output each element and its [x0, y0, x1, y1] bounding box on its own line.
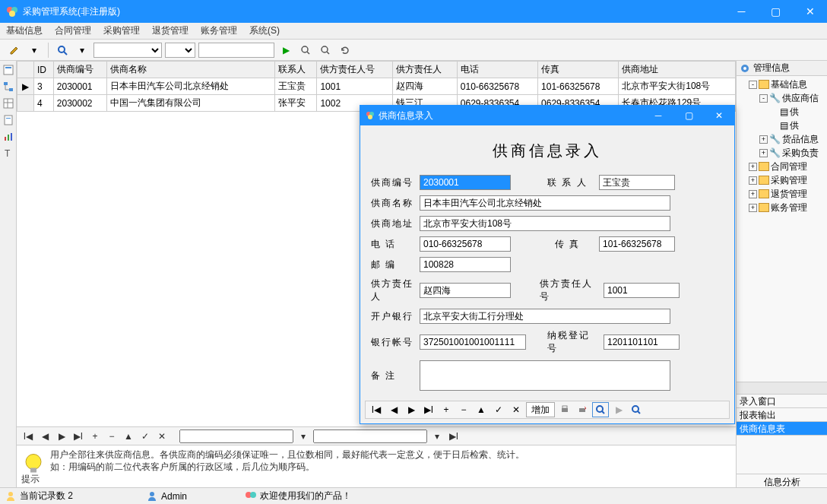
tree-node[interactable]: ▤供	[738, 119, 825, 132]
input-acct[interactable]	[420, 334, 526, 350]
tree-node[interactable]: ▤供	[738, 105, 825, 119]
nav-del-icon[interactable]: −	[105, 431, 119, 442]
menu-contract[interactable]: 合同管理	[55, 24, 91, 37]
dlg-edit-icon[interactable]: ▲	[474, 402, 489, 417]
tree-icon[interactable]	[2, 81, 14, 93]
col-respno[interactable]: 供方责任人号	[317, 62, 393, 78]
tree-scrollbar[interactable]	[737, 382, 827, 394]
label-name: 供商名称	[371, 197, 414, 210]
menu-basic[interactable]: 基础信息	[6, 24, 43, 37]
nav-go-icon[interactable]: ▶I	[447, 431, 461, 442]
chart-icon[interactable]	[2, 131, 14, 143]
nav-last-icon[interactable]: ▶I	[71, 431, 85, 442]
svg-rect-34	[562, 406, 567, 408]
dlg-ok-icon[interactable]: ✓	[491, 402, 506, 417]
input-zip[interactable]	[420, 257, 511, 272]
edit-icon[interactable]	[6, 42, 23, 59]
dlg-del-icon[interactable]: −	[456, 402, 471, 417]
nav-add-icon[interactable]: +	[88, 431, 102, 442]
menu-system[interactable]: 系统(S)	[249, 24, 280, 37]
nav-cancel-icon[interactable]: ✕	[155, 431, 169, 442]
nav-edit-icon[interactable]: ▲	[122, 431, 135, 442]
tree-node[interactable]: +🔧货品信息	[738, 132, 825, 146]
menu-account[interactable]: 账务管理	[201, 24, 237, 37]
titlebar: 采购管理系统(非注册版) ─ ▢ ✕	[0, 0, 827, 23]
right-tab[interactable]: 录入窗口	[737, 395, 827, 408]
zoom-out-icon[interactable]	[317, 42, 334, 59]
filter-value-input[interactable]	[198, 43, 274, 58]
dropdown2-icon[interactable]: ▾	[74, 42, 90, 59]
input-bank[interactable]	[420, 309, 670, 324]
doc-icon[interactable]	[2, 114, 14, 126]
dlg-cancel-icon[interactable]: ✕	[509, 402, 524, 417]
dlg-last-icon[interactable]: ▶I	[421, 402, 436, 417]
nav-search1[interactable]	[179, 430, 293, 443]
dlg-prev-icon[interactable]: ◀	[386, 402, 401, 417]
management-tree[interactable]: -基础信息-🔧供应商信▤供▤供+🔧货品信息+🔧采购负责+合同管理+采购管理+退货…	[737, 76, 827, 382]
minimize-button[interactable]: ─	[724, 0, 759, 23]
tree-node[interactable]: -基础信息	[738, 78, 825, 91]
run-icon[interactable]: ▶	[277, 42, 294, 59]
info-analysis-label[interactable]: 信息分析	[737, 474, 827, 487]
label-resp: 供方责任人	[371, 277, 414, 303]
nav-search2[interactable]	[313, 430, 427, 443]
search2-icon[interactable]	[592, 402, 609, 417]
col-resp[interactable]: 供方责任人	[393, 62, 458, 78]
search-icon[interactable]	[54, 42, 71, 59]
input-addr[interactable]	[420, 216, 670, 231]
col-code[interactable]: 供商编号	[53, 62, 106, 78]
close-button[interactable]: ✕	[793, 0, 827, 23]
tree-node[interactable]: +采购管理	[738, 173, 825, 187]
col-name[interactable]: 供商名称	[106, 62, 274, 78]
maximize-button[interactable]: ▢	[759, 0, 793, 23]
play-icon[interactable]: ▶	[611, 402, 626, 417]
export-icon[interactable]	[575, 402, 590, 417]
input-name[interactable]	[420, 195, 670, 211]
dlg-add-icon[interactable]: +	[439, 402, 454, 417]
table-row[interactable]: ▶32030001日本丰田汽车公司北京经销处王宝贵1001赵四海010-6632…	[17, 78, 736, 95]
print-icon[interactable]	[557, 402, 572, 417]
input-contact[interactable]	[599, 175, 675, 190]
dialog-maximize[interactable]: ▢	[673, 110, 704, 121]
tree-node[interactable]: -🔧供应商信	[738, 91, 825, 105]
tree-node[interactable]: +合同管理	[738, 160, 825, 173]
dialog-titlebar[interactable]: 供商信息录入 ─ ▢ ✕	[360, 106, 734, 125]
tree-node[interactable]: +账务管理	[738, 201, 825, 214]
grid-icon[interactable]	[2, 97, 14, 109]
col-contact[interactable]: 联系人	[275, 62, 317, 78]
dialog-minimize[interactable]: ─	[643, 110, 673, 121]
refresh-icon[interactable]	[337, 42, 353, 59]
form-icon[interactable]	[2, 64, 14, 76]
filter-op-combo[interactable]	[165, 43, 195, 58]
input-tel[interactable]	[420, 236, 511, 252]
input-fax[interactable]	[599, 236, 675, 252]
menu-purchase[interactable]: 采购管理	[103, 24, 140, 37]
input-code[interactable]	[420, 175, 511, 190]
nav-prev-icon[interactable]: ◀	[38, 431, 52, 442]
dialog-close[interactable]: ✕	[704, 110, 734, 121]
nav-next-icon[interactable]: ▶	[55, 431, 68, 442]
add-button[interactable]: 增加	[526, 402, 555, 417]
col-fax[interactable]: 传真	[538, 62, 619, 78]
tree-node[interactable]: +🔧采购负责	[738, 146, 825, 160]
col-tel[interactable]: 电话	[457, 62, 537, 78]
filter-field-combo[interactable]	[93, 43, 162, 58]
dlg-first-icon[interactable]: I◀	[369, 402, 384, 417]
right-tab[interactable]: 报表输出	[737, 408, 827, 422]
dlg-next-icon[interactable]: ▶	[404, 402, 419, 417]
zoom-in-icon[interactable]	[297, 42, 314, 59]
col-addr[interactable]: 供商地址	[619, 62, 736, 78]
nav-ok-icon[interactable]: ✓	[138, 431, 152, 442]
input-remark[interactable]	[420, 360, 670, 391]
search3-icon[interactable]	[629, 402, 644, 417]
text-icon[interactable]: T	[2, 147, 14, 160]
input-resp[interactable]	[420, 283, 511, 298]
menu-return[interactable]: 退货管理	[152, 24, 189, 37]
dropdown-icon[interactable]: ▾	[26, 42, 43, 59]
right-tab[interactable]: 供商信息表	[737, 422, 827, 436]
col-id[interactable]: ID	[34, 62, 54, 78]
nav-first-icon[interactable]: I◀	[21, 431, 35, 442]
input-taxno[interactable]	[604, 334, 680, 350]
input-respno[interactable]	[604, 283, 680, 298]
tree-node[interactable]: +退货管理	[738, 187, 825, 201]
